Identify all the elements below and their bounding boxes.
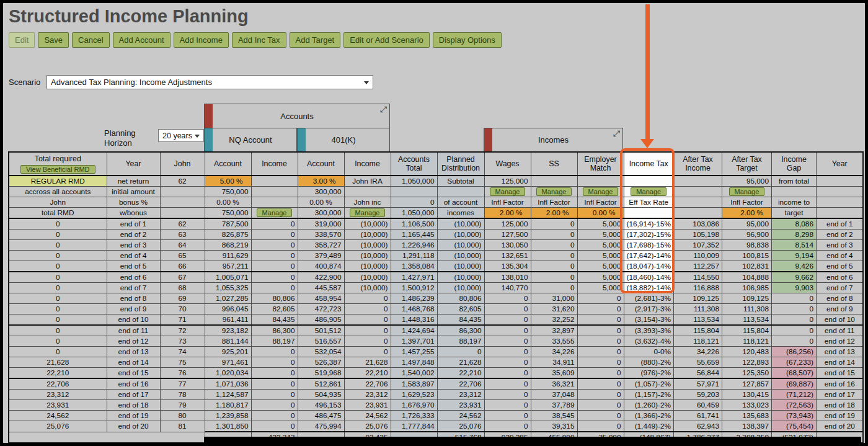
- cell-nq-income: 0: [251, 240, 298, 251]
- toolbar-button-edit-or-add-scenario[interactable]: Edit or Add Scenario: [343, 32, 430, 48]
- toolbar-button-add-income[interactable]: Add Income: [174, 32, 229, 48]
- cell-after-tax-target: 100,815: [722, 251, 771, 261]
- cell-income-gap: 0: [771, 336, 816, 347]
- cell-planned-distribution: 23,931: [437, 400, 484, 411]
- cell-after-tax-target: 118,121: [722, 336, 771, 347]
- cell-accounts-total: 1,050,000: [391, 176, 437, 187]
- cell-k401-income: 22,210: [344, 368, 391, 379]
- manage-button[interactable]: Manage: [583, 187, 619, 196]
- toolbar-button-save[interactable]: Save: [38, 32, 69, 48]
- manage-button[interactable]: Manage: [490, 187, 526, 196]
- cell-total-required: total RMD: [9, 208, 107, 219]
- cell-planned-distribution: incomes: [437, 208, 484, 219]
- cell-income-gap: (75,454): [771, 421, 816, 432]
- cell-total-required: 22,210: [9, 368, 107, 379]
- cell-income-gap: 8,298: [771, 230, 816, 240]
- cell-income-gap: 0: [771, 325, 816, 336]
- cell-john: 75: [160, 357, 205, 368]
- cell-income-tax: (16,914)-15%: [624, 218, 673, 230]
- data-row: 0end of 1172923,18286,300501,51201,424,6…: [9, 325, 863, 336]
- cell-income-tax: (976)-2%: [624, 368, 673, 379]
- cell-k401-income: Manage: [344, 208, 391, 219]
- toolbar-button-cancel[interactable]: Cancel: [72, 32, 109, 48]
- cell-after-tax-target: 102,831: [722, 261, 771, 272]
- cell-nq-income: 0: [251, 283, 298, 293]
- cell-k401-account: 358,727: [298, 240, 344, 251]
- data-row: 0end of 162787,5000319,000(10,000)1,106,…: [9, 218, 863, 230]
- cell-k401-account: 526,387: [298, 357, 344, 368]
- toolbar-button-add-target[interactable]: Add Target: [290, 32, 341, 48]
- cell-nq-account: 925,201: [205, 347, 251, 357]
- cell-total-required: REGULAR RMD: [9, 176, 107, 187]
- accounts-group-label: Accounts: [280, 112, 313, 121]
- column-header-total-required: Total requiredView Beneficial RMD: [9, 152, 107, 176]
- manage-button[interactable]: Manage: [257, 208, 293, 217]
- column-header-accounts-total: Accounts Total: [391, 152, 437, 176]
- cell-nq-account: 826,875: [205, 230, 251, 240]
- cell-planned-distribution: (10,000): [437, 261, 484, 272]
- data-row: 0end of 263826,8750338,570(10,000)1,165,…: [9, 230, 863, 240]
- manage-button[interactable]: Manage: [631, 187, 666, 196]
- cell-year-end: end of 13: [816, 347, 863, 357]
- cell-year-end: end of 17: [816, 390, 863, 400]
- cell-planned-distribution: (10,000): [437, 218, 484, 230]
- column-header-after-tax-target: After Tax Target: [722, 152, 771, 176]
- expand-icon[interactable]: ⤢: [380, 104, 387, 115]
- cell-nq-account: 750,000: [205, 208, 251, 219]
- expand-icon[interactable]: ⤢: [613, 128, 620, 139]
- cell-after-tax-income: 113,534: [673, 314, 722, 326]
- cell-year: end of 4: [107, 251, 160, 261]
- scenario-select[interactable]: Advanced Tax Planning: Income Adjustment…: [46, 75, 373, 89]
- data-row: 0end of 6671,005,0710422,900(10,000)1,42…: [9, 272, 863, 283]
- cell-total-required: accross all accounts: [9, 187, 107, 197]
- data-row: 0end of 7681,055,3250445,587(10,000)1,50…: [9, 283, 863, 293]
- cell-k401-account: 422,900: [298, 272, 344, 283]
- cell-planned-distribution: 23,312: [437, 390, 484, 400]
- cell-planned-distribution: 84,435: [437, 314, 484, 326]
- cell-total-required: 0: [9, 261, 107, 272]
- cell-after-tax-income: 103,086: [673, 218, 722, 230]
- cell-accounts-total: 1,468,768: [391, 304, 437, 314]
- cell-nq-income: 0: [251, 421, 298, 432]
- cell-after-tax-income: 111,308: [673, 304, 722, 314]
- cell-income-tax: (17,698)-15%: [624, 240, 673, 251]
- cell-k401-account: 400,874: [298, 261, 344, 272]
- cell-wages: 2.00 %: [484, 208, 531, 219]
- cell-k401-income: 0: [344, 304, 391, 314]
- cell-after-tax-target: 127,857: [722, 378, 771, 390]
- cell-nq-account: 1,055,325: [205, 283, 251, 293]
- cell-accounts-total: 1,226,946: [391, 240, 437, 251]
- cell-john: 80: [160, 411, 205, 421]
- toolbar-button-display-options[interactable]: Display Options: [433, 32, 502, 48]
- accounts-color-bar: [205, 104, 213, 128]
- toolbar-button-edit[interactable]: Edit: [9, 32, 35, 48]
- cell-ss: [531, 176, 577, 187]
- cell-john: 79: [160, 400, 205, 411]
- manage-button[interactable]: Manage: [729, 187, 765, 196]
- cell-income-gap: (68,507): [771, 368, 816, 379]
- toolbar-button-add-inc-tax[interactable]: Add Inc Tax: [232, 32, 286, 48]
- cell-total-required: 0: [9, 240, 107, 251]
- view-beneficial-rmd-button[interactable]: View Beneficial RMD: [20, 165, 95, 174]
- cell-total-required: 25,076: [9, 421, 107, 432]
- manage-button[interactable]: Manage: [536, 187, 572, 196]
- toolbar-button-add-account[interactable]: Add Account: [113, 32, 170, 48]
- cell-income-gap: 9,426: [771, 261, 816, 272]
- cell-john: 65: [160, 251, 205, 261]
- planning-horizon-select[interactable]: 20 years: [158, 129, 204, 142]
- cell-income-tax: (3,393)-3%: [624, 325, 673, 336]
- cell-accounts-total: 1,358,084: [391, 261, 437, 272]
- cell-year: end of 20: [107, 421, 160, 432]
- subheader-row: REGULAR RMDnet return625.00 %3.00 %John …: [9, 176, 863, 187]
- cell-k401-account: 486,905: [298, 314, 344, 326]
- incomes-group-header: Incomes ⤢: [484, 128, 623, 152]
- cell-ss: 0: [531, 261, 577, 272]
- cell-total-required: 22,706: [9, 378, 107, 390]
- cell-planned-distribution: Subtotal: [437, 176, 484, 187]
- cell-employer-match: 0: [577, 304, 624, 314]
- cell-employer-match: 5,000: [577, 272, 624, 283]
- cell-ss: 0: [531, 240, 577, 251]
- cell-after-tax-income: 118,121: [673, 336, 722, 347]
- manage-button[interactable]: Manage: [350, 208, 386, 217]
- cell-planned-distribution: 21,628: [437, 357, 484, 368]
